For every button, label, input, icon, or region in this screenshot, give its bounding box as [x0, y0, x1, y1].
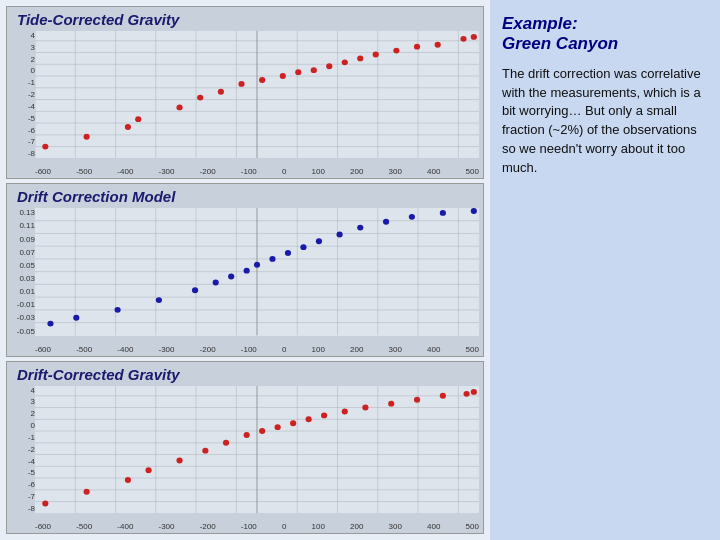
tide-corrected-x-axis: -600 -500 -400 -300 -200 -100 0 100 200 … [35, 158, 479, 176]
svg-point-73 [285, 250, 291, 256]
svg-point-30 [259, 77, 265, 83]
drift-correction-x-axis: -600 -500 -400 -300 -200 -100 0 100 200 … [35, 336, 479, 354]
svg-point-72 [269, 256, 275, 262]
description-text: The drift correction was correlative wit… [502, 65, 708, 178]
svg-point-74 [300, 245, 306, 251]
svg-point-117 [362, 404, 368, 410]
svg-point-71 [254, 262, 260, 268]
svg-point-42 [471, 34, 477, 40]
drift-correction-title: Drift Correction Model [17, 188, 175, 205]
svg-point-120 [440, 393, 446, 399]
svg-point-63 [47, 321, 53, 327]
svg-point-32 [295, 69, 301, 75]
svg-point-35 [342, 59, 348, 65]
svg-point-109 [223, 440, 229, 446]
svg-point-113 [290, 420, 296, 426]
svg-point-33 [311, 67, 317, 73]
svg-point-38 [393, 48, 399, 54]
svg-point-23 [84, 134, 90, 140]
svg-point-79 [409, 214, 415, 220]
svg-point-105 [125, 477, 131, 483]
example-title: Example: Green Canyon [502, 14, 708, 55]
drift-corrected-inner [35, 386, 479, 513]
svg-point-31 [280, 73, 286, 79]
tide-corrected-chart: Tide-Corrected Gravity 4 3 2 0 -1 -2 -4 … [6, 6, 484, 179]
drift-corrected-title: Drift-Corrected Gravity [17, 366, 180, 383]
svg-point-22 [42, 144, 48, 150]
svg-point-66 [156, 297, 162, 303]
svg-point-77 [357, 225, 363, 231]
svg-point-36 [357, 55, 363, 61]
svg-point-41 [460, 36, 466, 42]
svg-point-110 [244, 432, 250, 438]
svg-point-69 [228, 274, 234, 280]
svg-point-80 [440, 210, 446, 216]
svg-point-108 [202, 447, 208, 453]
svg-point-119 [414, 396, 420, 402]
tide-corrected-title: Tide-Corrected Gravity [17, 11, 179, 28]
svg-point-118 [388, 400, 394, 406]
svg-point-111 [259, 428, 265, 434]
svg-point-37 [373, 52, 379, 58]
svg-point-114 [306, 416, 312, 422]
svg-point-81 [471, 208, 477, 214]
svg-point-116 [342, 408, 348, 414]
tide-corrected-y-axis: 4 3 2 0 -1 -2 -4 -5 -6 -7 -8 [9, 31, 35, 158]
svg-point-103 [42, 500, 48, 506]
svg-point-70 [244, 268, 250, 274]
svg-point-68 [213, 280, 219, 286]
svg-point-76 [337, 232, 343, 238]
svg-point-39 [414, 44, 420, 50]
svg-point-107 [176, 457, 182, 463]
drift-correction-inner [35, 208, 479, 335]
drift-corrected-y-axis: 4 3 2 0 -1 -2 -4 -5 -6 -7 -8 [9, 386, 35, 513]
svg-point-106 [145, 467, 151, 473]
svg-point-65 [115, 307, 121, 313]
svg-point-115 [321, 412, 327, 418]
left-panel: Tide-Corrected Gravity 4 3 2 0 -1 -2 -4 … [0, 0, 490, 540]
svg-point-75 [316, 239, 322, 245]
svg-point-25 [135, 116, 141, 122]
svg-point-40 [435, 42, 441, 48]
drift-corrected-chart: Drift-Corrected Gravity 4 3 2 0 -1 -2 -4… [6, 361, 484, 534]
svg-point-112 [275, 424, 281, 430]
svg-point-27 [197, 95, 203, 101]
svg-point-78 [383, 219, 389, 225]
svg-point-28 [218, 89, 224, 95]
svg-point-34 [326, 63, 332, 69]
right-panel: Example: Green Canyon The drift correcti… [490, 0, 720, 540]
svg-point-29 [238, 81, 244, 87]
svg-point-64 [73, 315, 79, 321]
drift-correction-y-axis: 0.13 0.11 0.09 0.07 0.05 0.03 0.01 -0.01… [9, 208, 35, 335]
svg-point-121 [464, 391, 470, 397]
svg-point-122 [471, 389, 477, 395]
svg-point-67 [192, 288, 198, 294]
drift-corrected-x-axis: -600 -500 -400 -300 -200 -100 0 100 200 … [35, 513, 479, 531]
svg-point-104 [84, 488, 90, 494]
svg-point-24 [125, 124, 131, 130]
drift-correction-chart: Drift Correction Model 0.13 0.11 0.09 0.… [6, 183, 484, 356]
tide-corrected-inner [35, 31, 479, 158]
svg-point-26 [176, 104, 182, 110]
